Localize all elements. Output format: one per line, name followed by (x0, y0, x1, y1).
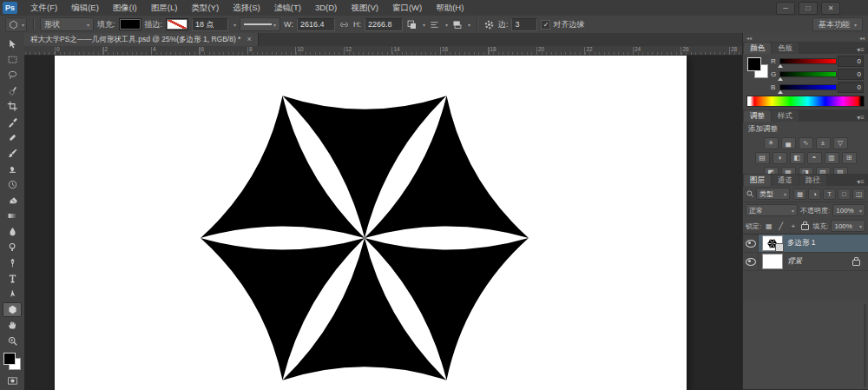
curves-adjustment-icon[interactable]: ∿ (799, 137, 813, 149)
adjustments-tab[interactable]: 调整 (744, 110, 771, 122)
gradient-tool[interactable] (3, 208, 22, 223)
menu-item-3d[interactable]: 3D(D) (308, 0, 344, 16)
collapse-panels-icon[interactable]: ◂◂ (746, 35, 752, 41)
slider-handle[interactable] (778, 90, 783, 94)
foreground-background-swatches[interactable] (3, 352, 22, 371)
path-operations-button[interactable] (406, 19, 418, 30)
close-document-icon[interactable]: × (247, 36, 251, 43)
clone-stamp-tool[interactable] (3, 162, 22, 176)
lock-all-icon[interactable] (800, 221, 810, 231)
menu-item-help[interactable]: 帮助(H) (429, 0, 470, 16)
adjustments-tab[interactable]: 样式 (772, 110, 799, 122)
channel-value-field[interactable]: 0 (838, 82, 864, 93)
zoom-tool[interactable] (3, 334, 22, 348)
shape-layers-filter-icon[interactable]: □ (838, 188, 851, 200)
fill-select[interactable]: 100% (831, 220, 865, 232)
layers-scrollbar[interactable] (864, 304, 866, 387)
adjustment-layers-filter-icon[interactable]: ◑ (808, 188, 821, 200)
layers-tab[interactable]: 路径 (799, 175, 826, 186)
eyedropper-tool[interactable] (3, 115, 22, 129)
shape-tool[interactable] (3, 302, 22, 317)
spot-healing-brush-tool[interactable] (3, 130, 22, 145)
vibrance-adjustment-icon[interactable]: ▽ (833, 137, 848, 149)
panel-menu-icon[interactable]: ▾≡ (853, 46, 868, 54)
hue-saturation-adjustment-icon[interactable]: ▤ (755, 152, 770, 164)
type-layers-filter-icon[interactable]: T (823, 188, 836, 200)
exposure-adjustment-icon[interactable]: ± (816, 137, 831, 149)
slider-handle[interactable] (778, 64, 783, 68)
layer-visibility-toggle[interactable] (743, 235, 759, 252)
maximize-button[interactable]: □ (799, 2, 818, 15)
color-balance-adjustment-icon[interactable]: ◑ (773, 152, 787, 164)
brush-tool[interactable] (3, 146, 22, 161)
color-tab[interactable]: 色板 (772, 43, 799, 54)
color-spectrum-bar[interactable] (746, 96, 865, 107)
color-lookup-adjustment-icon[interactable]: ⊞ (842, 152, 857, 164)
black-white-adjustment-icon[interactable]: ◧ (790, 152, 805, 164)
menu-item-layer[interactable]: 图层(L) (144, 0, 185, 16)
channel-value-field[interactable]: 0 (838, 69, 864, 80)
shape-height-field[interactable]: 2266.8 (365, 18, 403, 31)
path-selection-tool[interactable] (3, 287, 22, 301)
lasso-tool[interactable] (3, 68, 22, 83)
sides-field[interactable]: 3 (511, 18, 537, 31)
layer-row-content[interactable]: 背景 (759, 253, 868, 270)
menu-item-type[interactable]: 类型(Y) (184, 0, 226, 16)
photo-filter-adjustment-icon[interactable]: ◓ (807, 152, 822, 164)
stroke-type-select[interactable] (240, 17, 280, 31)
opacity-select[interactable]: 100% (832, 204, 865, 216)
foreground-color-swatch[interactable] (747, 57, 761, 71)
document-tab[interactable]: 程大大学PS之——几何形状工具.psd @ 25%(多边形 1, RGB/8) … (24, 33, 259, 46)
workspace-switcher-button[interactable]: 基本功能 (812, 17, 863, 31)
history-brush-tool[interactable] (3, 177, 22, 192)
slider-handle[interactable] (778, 77, 783, 81)
channel-slider[interactable] (779, 71, 837, 77)
canvas[interactable] (55, 56, 687, 390)
lock-transparent-pixels-icon[interactable]: ▦ (764, 221, 773, 231)
panel-menu-icon[interactable]: ▾≡ (853, 114, 868, 122)
close-button[interactable]: ✕ (821, 2, 840, 15)
channel-slider[interactable] (779, 84, 837, 90)
menu-item-image[interactable]: 图像(I) (106, 0, 144, 16)
pen-tool[interactable] (3, 255, 22, 270)
panel-foreground-background-swatches[interactable] (747, 57, 768, 78)
layers-tab[interactable]: 图层 (744, 175, 771, 186)
foreground-color-swatch[interactable] (3, 353, 16, 365)
marquee-tool[interactable] (3, 52, 22, 67)
layer-filter-kind-select[interactable]: 类型 (756, 188, 790, 200)
collapse-panels-icon[interactable]: ◂◂ (859, 35, 865, 41)
dodge-tool[interactable] (3, 240, 22, 254)
quick-mask-button[interactable] (3, 373, 22, 388)
lock-position-icon[interactable]: + (788, 221, 798, 231)
channel-mixer-adjustment-icon[interactable]: ▥ (825, 152, 839, 164)
pixel-layers-filter-icon[interactable]: ▦ (793, 188, 806, 200)
menu-item-window[interactable]: 窗口(W) (385, 0, 429, 16)
quick-selection-tool[interactable] (3, 83, 22, 98)
layer-thumbnail[interactable] (762, 235, 783, 251)
panel-menu-icon[interactable]: ▾≡ (853, 178, 868, 186)
blur-tool[interactable] (3, 224, 22, 239)
chevron-down-icon[interactable] (232, 20, 236, 29)
layer-row[interactable]: 背景 (743, 253, 868, 271)
menu-item-filter[interactable]: 滤镜(T) (267, 0, 308, 16)
shape-width-field[interactable]: 2616.4 (297, 18, 335, 31)
tool-preset-button[interactable] (5, 17, 27, 32)
hand-tool[interactable] (3, 318, 22, 333)
geometry-options-gear-icon[interactable] (483, 19, 495, 30)
menu-item-select[interactable]: 选择(S) (226, 0, 267, 16)
color-tab[interactable]: 颜色 (744, 43, 771, 54)
layer-row-content[interactable]: 多边形 1 (759, 235, 868, 252)
stroke-color-swatch[interactable] (166, 18, 188, 30)
layer-row[interactable]: 多边形 1 (743, 235, 868, 253)
levels-adjustment-icon[interactable]: ▄ (781, 137, 796, 149)
eraser-tool[interactable] (3, 193, 22, 208)
fill-color-swatch[interactable] (119, 18, 141, 30)
tool-mode-select[interactable]: 形状 (40, 17, 94, 31)
link-dimensions-icon[interactable] (339, 19, 350, 30)
smart-objects-filter-icon[interactable]: ◫ (852, 188, 865, 200)
move-tool[interactable] (3, 36, 22, 51)
channel-slider[interactable] (779, 58, 837, 64)
path-arrangement-button[interactable] (451, 19, 463, 30)
layer-visibility-toggle[interactable] (743, 253, 759, 270)
lock-image-pixels-icon[interactable]: ╱ (776, 221, 786, 231)
